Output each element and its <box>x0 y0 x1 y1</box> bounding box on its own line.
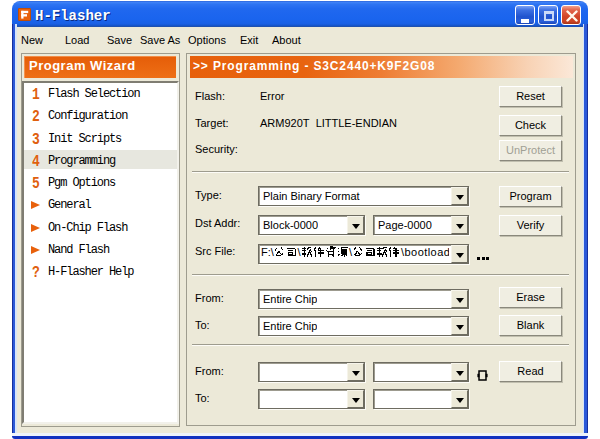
svg-text:F:\: F:\ <box>261 246 275 258</box>
svg-text:bootload: bootload <box>405 246 450 258</box>
svg-text:\: \ <box>349 246 353 258</box>
svg-text:\: \ <box>297 246 301 258</box>
